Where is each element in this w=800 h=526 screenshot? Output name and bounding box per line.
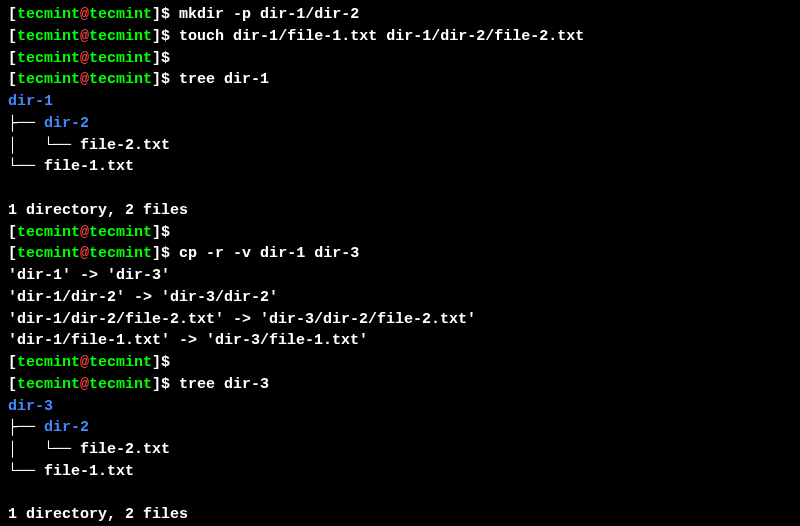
bracket-close: ] (152, 50, 161, 67)
tree-char: └── (8, 158, 44, 175)
prompt-at: @ (80, 245, 89, 262)
prompt-host: tecmint (89, 245, 152, 262)
command-text[interactable]: touch dir-1/file-1.txt dir-1/dir-2/file-… (179, 28, 584, 45)
tree-char: └── (8, 463, 44, 480)
bracket-close: ] (152, 28, 161, 45)
command-text[interactable]: cp -r -v dir-1 dir-3 (179, 245, 359, 262)
directory-name: dir-3 (8, 398, 53, 415)
directory-name: dir-2 (44, 115, 89, 132)
prompt-host: tecmint (89, 28, 152, 45)
bracket-open: [ (8, 50, 17, 67)
tree-root: dir-3 (8, 396, 792, 418)
directory-name: dir-1 (8, 93, 53, 110)
file-name: file-2.txt (80, 441, 170, 458)
prompt-dollar: $ (161, 354, 170, 371)
bracket-open: [ (8, 354, 17, 371)
prompt-at: @ (80, 71, 89, 88)
prompt-user: tecmint (17, 28, 80, 45)
prompt-dollar: $ (161, 71, 170, 88)
file-name: file-1.txt (44, 158, 134, 175)
prompt-dollar: $ (161, 224, 170, 241)
tree-char: │ └── (8, 137, 80, 154)
prompt-dollar: $ (161, 376, 170, 393)
bracket-close: ] (152, 224, 161, 241)
prompt-dollar: $ (161, 6, 170, 23)
blank-line (8, 483, 792, 505)
terminal-line: [tecmint@tecmint]$ (8, 48, 792, 70)
output-text: 'dir-1/dir-2' -> 'dir-3/dir-2' (8, 289, 278, 306)
tree-branch: │ └── file-2.txt (8, 135, 792, 157)
bracket-open: [ (8, 376, 17, 393)
prompt-at: @ (80, 224, 89, 241)
bracket-close: ] (152, 6, 161, 23)
tree-char: ├── (8, 419, 44, 436)
cp-output: 'dir-1/file-1.txt' -> 'dir-3/file-1.txt' (8, 330, 792, 352)
prompt-host: tecmint (89, 354, 152, 371)
tree-summary: 1 directory, 2 files (8, 200, 792, 222)
cp-output: 'dir-1/dir-2/file-2.txt' -> 'dir-3/dir-2… (8, 309, 792, 331)
tree-branch: └── file-1.txt (8, 461, 792, 483)
tree-branch: ├── dir-2 (8, 417, 792, 439)
prompt-user: tecmint (17, 354, 80, 371)
cp-output: 'dir-1' -> 'dir-3' (8, 265, 792, 287)
terminal-line: [tecmint@tecmint]$ tree dir-1 (8, 69, 792, 91)
tree-char: │ └── (8, 441, 80, 458)
bracket-open: [ (8, 71, 17, 88)
terminal-line: [tecmint@tecmint]$ tree dir-3 (8, 374, 792, 396)
prompt-user: tecmint (17, 224, 80, 241)
prompt-dollar: $ (161, 28, 170, 45)
bracket-open: [ (8, 224, 17, 241)
summary-text: 1 directory, 2 files (8, 202, 188, 219)
bracket-close: ] (152, 245, 161, 262)
command-text[interactable]: mkdir -p dir-1/dir-2 (179, 6, 359, 23)
terminal-line: [tecmint@tecmint]$ (8, 222, 792, 244)
prompt-dollar: $ (161, 245, 170, 262)
file-name: file-2.txt (80, 137, 170, 154)
tree-root: dir-1 (8, 91, 792, 113)
prompt-at: @ (80, 28, 89, 45)
prompt-dollar: $ (161, 50, 170, 67)
bracket-open: [ (8, 28, 17, 45)
terminal-line: [tecmint@tecmint]$ cp -r -v dir-1 dir-3 (8, 243, 792, 265)
prompt-user: tecmint (17, 71, 80, 88)
tree-branch: │ └── file-2.txt (8, 439, 792, 461)
prompt-user: tecmint (17, 6, 80, 23)
prompt-at: @ (80, 50, 89, 67)
file-name: file-1.txt (44, 463, 134, 480)
prompt-host: tecmint (89, 71, 152, 88)
command-text[interactable]: tree dir-1 (179, 71, 269, 88)
prompt-host: tecmint (89, 6, 152, 23)
prompt-host: tecmint (89, 224, 152, 241)
prompt-host: tecmint (89, 376, 152, 393)
directory-name: dir-2 (44, 419, 89, 436)
terminal-line: [tecmint@tecmint]$ touch dir-1/file-1.tx… (8, 26, 792, 48)
prompt-user: tecmint (17, 245, 80, 262)
prompt-user: tecmint (17, 50, 80, 67)
bracket-open: [ (8, 245, 17, 262)
summary-text: 1 directory, 2 files (8, 506, 188, 523)
tree-branch: └── file-1.txt (8, 156, 792, 178)
prompt-host: tecmint (89, 50, 152, 67)
terminal-line: [tecmint@tecmint]$ (8, 352, 792, 374)
prompt-at: @ (80, 354, 89, 371)
output-text: 'dir-1/dir-2/file-2.txt' -> 'dir-3/dir-2… (8, 311, 476, 328)
output-text: 'dir-1/file-1.txt' -> 'dir-3/file-1.txt' (8, 332, 368, 349)
command-text[interactable]: tree dir-3 (179, 376, 269, 393)
tree-summary: 1 directory, 2 files (8, 504, 792, 526)
bracket-close: ] (152, 71, 161, 88)
output-text: 'dir-1' -> 'dir-3' (8, 267, 170, 284)
prompt-at: @ (80, 6, 89, 23)
bracket-close: ] (152, 354, 161, 371)
tree-char: ├── (8, 115, 44, 132)
tree-branch: ├── dir-2 (8, 113, 792, 135)
bracket-close: ] (152, 376, 161, 393)
prompt-user: tecmint (17, 376, 80, 393)
cp-output: 'dir-1/dir-2' -> 'dir-3/dir-2' (8, 287, 792, 309)
prompt-at: @ (80, 376, 89, 393)
blank-line (8, 178, 792, 200)
bracket-open: [ (8, 6, 17, 23)
terminal-line: [tecmint@tecmint]$ mkdir -p dir-1/dir-2 (8, 4, 792, 26)
